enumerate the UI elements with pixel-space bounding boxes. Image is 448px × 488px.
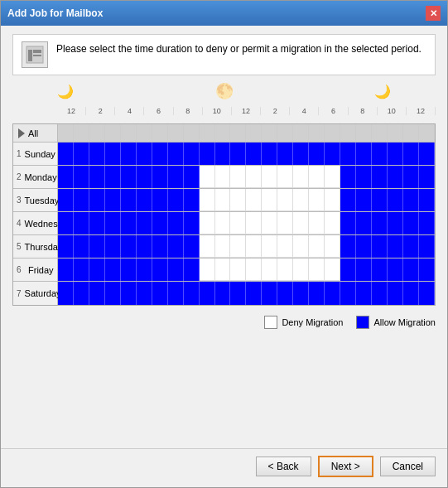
grid-cell[interactable]	[277, 282, 293, 305]
grid-cell[interactable]	[105, 143, 121, 165]
grid-cell[interactable]	[372, 189, 388, 211]
grid-cell[interactable]	[152, 258, 168, 281]
grid-cell[interactable]	[246, 189, 262, 211]
grid-cell[interactable]	[74, 212, 89, 234]
grid-cell[interactable]	[403, 166, 419, 188]
grid-cell[interactable]	[58, 189, 74, 211]
grid-cell[interactable]	[262, 166, 277, 188]
grid-cell[interactable]	[340, 143, 356, 165]
grid-cell[interactable]	[340, 282, 356, 305]
grid-cell[interactable]	[200, 189, 215, 211]
grid-cell[interactable]	[168, 189, 184, 211]
grid-cell[interactable]	[184, 166, 200, 188]
grid-cell[interactable]	[230, 282, 246, 305]
grid-cell[interactable]	[262, 189, 277, 211]
grid-cell[interactable]	[277, 212, 293, 234]
grid-cell[interactable]	[356, 258, 372, 281]
grid-cell[interactable]	[230, 166, 246, 188]
grid-cell[interactable]	[309, 258, 325, 281]
grid-cell[interactable]	[152, 282, 168, 305]
next-button[interactable]: Next >	[318, 456, 373, 477]
grid-cell[interactable]	[121, 143, 137, 165]
grid-cell[interactable]	[152, 166, 168, 188]
grid-cell[interactable]	[121, 166, 137, 188]
grid-cell[interactable]	[215, 143, 231, 165]
grid-cell[interactable]	[388, 143, 403, 165]
grid-cell[interactable]	[184, 143, 200, 165]
grid-cell[interactable]	[403, 282, 419, 305]
grid-cell[interactable]	[403, 143, 419, 165]
grid-cell[interactable]	[293, 235, 309, 258]
grid-cell[interactable]	[105, 189, 121, 211]
grid-cell[interactable]	[340, 235, 356, 258]
grid-cell[interactable]	[388, 258, 403, 281]
grid-cell[interactable]	[58, 143, 74, 165]
grid-cell[interactable]	[277, 143, 293, 165]
grid-cell[interactable]	[74, 282, 89, 305]
grid-cell[interactable]	[105, 258, 121, 281]
grid-cell[interactable]	[230, 143, 246, 165]
grid-cell[interactable]	[168, 143, 184, 165]
grid-cell[interactable]	[58, 258, 74, 281]
grid-cell[interactable]	[372, 258, 388, 281]
grid-cell[interactable]	[137, 258, 152, 281]
grid-cell[interactable]	[137, 282, 152, 305]
grid-cell[interactable]	[262, 235, 277, 258]
grid-cell[interactable]	[137, 235, 152, 258]
grid-cell[interactable]	[340, 189, 356, 211]
grid-cell[interactable]	[152, 212, 168, 234]
grid-cell[interactable]	[89, 166, 105, 188]
grid-cell[interactable]	[200, 212, 215, 234]
grid-cell[interactable]	[293, 212, 309, 234]
close-button[interactable]: ✕	[426, 6, 441, 21]
grid-cell[interactable]	[325, 235, 340, 258]
grid-cell[interactable]	[372, 143, 388, 165]
grid-cell[interactable]	[215, 189, 231, 211]
grid-cell[interactable]	[356, 235, 372, 258]
grid-cell[interactable]	[215, 258, 231, 281]
grid-cell[interactable]	[121, 212, 137, 234]
grid-cell[interactable]	[152, 189, 168, 211]
grid-cell[interactable]	[58, 235, 74, 258]
grid-cell[interactable]	[58, 282, 74, 305]
grid-cell[interactable]	[230, 258, 246, 281]
grid-cell[interactable]	[105, 166, 121, 188]
grid-cell[interactable]	[372, 282, 388, 305]
grid-cell[interactable]	[89, 143, 105, 165]
grid-cell[interactable]	[74, 189, 89, 211]
grid-cell[interactable]	[325, 282, 340, 305]
grid-cell[interactable]	[388, 212, 403, 234]
grid-cell[interactable]	[89, 212, 105, 234]
grid-cell[interactable]	[184, 189, 200, 211]
grid-cell[interactable]	[246, 258, 262, 281]
grid-cell[interactable]	[230, 235, 246, 258]
grid-cell[interactable]	[137, 189, 152, 211]
grid-cell[interactable]	[293, 258, 309, 281]
grid-cell[interactable]	[89, 282, 105, 305]
grid-cell[interactable]	[388, 282, 403, 305]
grid-cell[interactable]	[246, 166, 262, 188]
grid-cell[interactable]	[215, 235, 231, 258]
grid-cell[interactable]	[89, 258, 105, 281]
grid-cell[interactable]	[184, 235, 200, 258]
grid-cell[interactable]	[277, 166, 293, 188]
grid-cell[interactable]	[200, 235, 215, 258]
grid-cell[interactable]	[89, 235, 105, 258]
grid-cell[interactable]	[105, 235, 121, 258]
grid-cell[interactable]	[105, 212, 121, 234]
grid-cell[interactable]	[74, 143, 89, 165]
grid-cell[interactable]	[388, 189, 403, 211]
grid-cell[interactable]	[89, 189, 105, 211]
grid-cell[interactable]	[403, 212, 419, 234]
grid-cell[interactable]	[293, 166, 309, 188]
grid-cell[interactable]	[74, 258, 89, 281]
grid-cell[interactable]	[419, 282, 435, 305]
grid-cell[interactable]	[200, 143, 215, 165]
grid-cell[interactable]	[277, 258, 293, 281]
grid-cell[interactable]	[74, 166, 89, 188]
grid-cell[interactable]	[215, 212, 231, 234]
grid-cell[interactable]	[184, 282, 200, 305]
grid-cell[interactable]	[121, 258, 137, 281]
grid-cell[interactable]	[246, 143, 262, 165]
grid-cell[interactable]	[403, 235, 419, 258]
